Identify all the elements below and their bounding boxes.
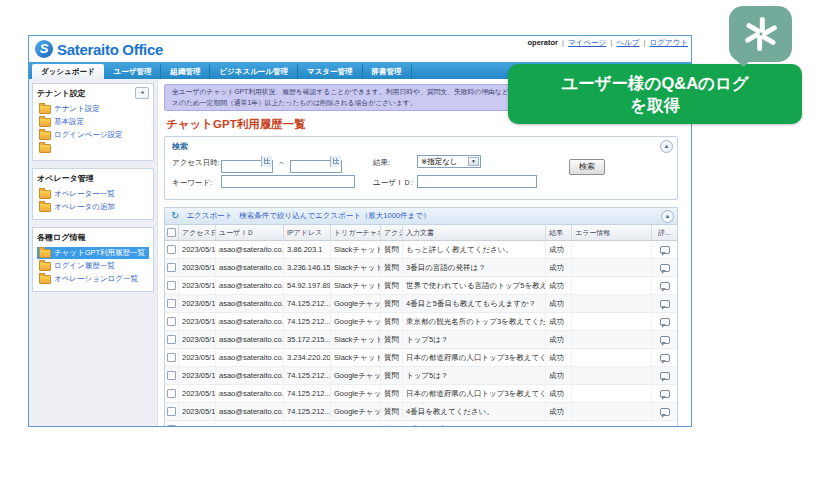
keyword-label: キーワード: — [172, 178, 212, 188]
cell-ip-address: 54.92.197.89 — [284, 277, 331, 294]
row-checkbox[interactable] — [167, 245, 176, 254]
folder-icon — [39, 275, 51, 284]
cell-input-text: 世界で使われている言語のトップ5を教えてく... — [403, 277, 546, 294]
sidebar-item-operator-list[interactable]: オペレーター一覧 — [37, 188, 149, 200]
detail-bubble-icon[interactable] — [660, 246, 670, 254]
sidebar-item-login-history[interactable]: ログイン履歴一覧 — [37, 260, 149, 272]
result-select-value: ※指定なし — [421, 157, 458, 166]
sidebar-item-tenant-settings[interactable]: テナント設定 — [37, 103, 149, 115]
keyword-input[interactable] — [221, 175, 355, 188]
sidebar-item-operator-add[interactable]: オペレータの追加 — [37, 201, 149, 213]
tab-org-management[interactable]: 組織管理 — [161, 64, 210, 79]
detail-bubble-icon[interactable] — [660, 300, 670, 308]
sidebar-item-label: ログイン履歴一覧 — [54, 261, 115, 271]
tab-dashboard[interactable]: ダッシュボード — [32, 64, 104, 79]
access-date-label: アクセス日時: — [172, 158, 220, 168]
mypage-link[interactable]: マイページ — [568, 38, 606, 47]
date-from-wrap — [221, 155, 273, 168]
cell-result: 成功 — [546, 367, 572, 384]
cell-trigger-channel: Slackチャットボ... — [331, 277, 381, 294]
sidebar-item-login-page-settings[interactable]: ログインページ設定 — [37, 129, 149, 141]
sidebar-item-untitled[interactable] — [37, 142, 149, 154]
row-select-cell — [165, 331, 179, 348]
table-row: 2023/05/1... asao@sateraito.co.jp 74.125… — [165, 313, 677, 331]
table-body: 2023/05/1... asao@sateraito.co.jp 3.86.2… — [165, 241, 677, 427]
row-checkbox[interactable] — [167, 353, 176, 362]
tab-business-rules[interactable]: ビジネスルール管理 — [210, 64, 298, 79]
cell-ip-address: 74.125.212... — [284, 385, 331, 402]
logout-link[interactable]: ログアウト — [650, 38, 688, 47]
annotation-callout: ユーザー様のQ&Aのログ を取得 — [508, 64, 802, 124]
detail-bubble-icon[interactable] — [660, 390, 670, 398]
detail-bubble-icon[interactable] — [660, 318, 670, 326]
folder-icon — [39, 131, 51, 140]
export-link[interactable]: エクスポート — [186, 211, 232, 221]
row-checkbox[interactable] — [167, 389, 176, 398]
cell-detail — [652, 295, 677, 312]
row-select-cell — [165, 277, 179, 294]
tab-dictionary-management[interactable]: 辞書管理 — [363, 64, 412, 79]
detail-bubble-icon[interactable] — [660, 282, 670, 290]
select-all-checkbox[interactable] — [167, 228, 176, 237]
row-checkbox[interactable] — [167, 371, 176, 380]
account-links: operator | マイページ | ヘルプ | ログアウト — [528, 38, 688, 48]
table-toolbar: ↻ エクスポート 検索条件で絞り込んでエクスポート（最大1000件まで） ▲ — [165, 208, 677, 225]
detail-bubble-icon[interactable] — [660, 264, 670, 272]
row-checkbox[interactable] — [167, 425, 176, 427]
row-select-cell — [165, 421, 179, 427]
result-label: 結果: — [373, 158, 390, 168]
sidebar-item-operation-log[interactable]: オペレーションログ一覧 — [37, 273, 149, 285]
row-checkbox[interactable] — [167, 407, 176, 416]
cell-access-date: 2023/05/1... — [179, 241, 216, 258]
cell-access-date: 2023/05/1... — [179, 295, 216, 312]
cell-error-info — [572, 313, 652, 330]
sidebar-item-chatgpt-log-list[interactable]: チャットGPT利用履歴一覧 — [37, 247, 149, 259]
help-link[interactable]: ヘルプ — [616, 38, 639, 47]
calendar-icon[interactable] — [330, 156, 341, 167]
cell-result: 成功 — [546, 331, 572, 348]
detail-bubble-icon[interactable] — [660, 408, 670, 416]
row-select-cell — [165, 385, 179, 402]
folder-icon — [39, 262, 51, 271]
row-checkbox[interactable] — [167, 281, 176, 290]
refresh-icon[interactable]: ↻ — [171, 211, 179, 221]
row-checkbox[interactable] — [167, 263, 176, 272]
detail-bubble-icon[interactable] — [660, 372, 670, 380]
row-checkbox[interactable] — [167, 335, 176, 344]
result-select[interactable]: ※指定なし ▼ — [417, 155, 481, 168]
row-checkbox[interactable] — [167, 299, 176, 308]
sidebar-collapse-button[interactable]: ◂ — [135, 87, 149, 99]
calendar-icon[interactable] — [261, 156, 272, 167]
cell-error-info — [572, 421, 652, 427]
tab-user-management[interactable]: ユーザ管理 — [105, 64, 162, 79]
collapse-panel-icon[interactable]: ▲ — [660, 140, 673, 153]
search-button[interactable]: 検索 — [569, 159, 605, 175]
cell-input-text: もっと詳しく教えてください。 — [403, 241, 546, 258]
export-filtered-link[interactable]: 検索条件で絞り込んでエクスポート（最大1000件まで） — [239, 211, 430, 221]
cell-result: 成功 — [546, 295, 572, 312]
row-select-cell — [165, 313, 179, 330]
cell-error-info — [572, 259, 652, 276]
detail-bubble-icon[interactable] — [660, 426, 670, 427]
cell-detail — [652, 421, 677, 427]
detail-bubble-icon[interactable] — [660, 354, 670, 362]
user-id-input[interactable] — [417, 175, 537, 188]
col-user-id: ユーザＩＤ — [216, 225, 284, 240]
col-result: 結果 — [546, 225, 572, 240]
row-checkbox[interactable] — [167, 317, 176, 326]
screenshot-canvas: S Sateraito Office operator | マイページ | ヘル… — [0, 0, 840, 486]
detail-bubble-icon[interactable] — [660, 336, 670, 344]
sidebar-panel-title: テナント設定 — [37, 88, 149, 99]
folder-icon — [39, 203, 51, 212]
table-row: 2023/05/1... asao@sateraito.co.jp 35.172… — [165, 331, 677, 349]
cell-user-id: asao@sateraito.co.jp — [216, 313, 284, 330]
sidebar-item-basic-settings[interactable]: 基本設定 — [37, 116, 149, 128]
main-content: 全ユーザのチャットGPT利用状況、履歴を確認することができます。利用日時や、質問… — [158, 79, 691, 427]
tab-master-management[interactable]: マスター管理 — [298, 64, 363, 79]
sidebar-panel-operator: オペレータ管理 オペレーター一覧 オペレータの追加 — [32, 168, 154, 220]
collapse-panel-icon[interactable]: ▲ — [661, 210, 674, 223]
cell-action: 質問 — [381, 349, 403, 366]
cell-access-date: 2023/05/1... — [179, 403, 216, 420]
table-row: 2023/05/1... asao@sateraito.co.jp 3.234.… — [165, 349, 677, 367]
cell-access-date: 2023/05/1... — [179, 331, 216, 348]
